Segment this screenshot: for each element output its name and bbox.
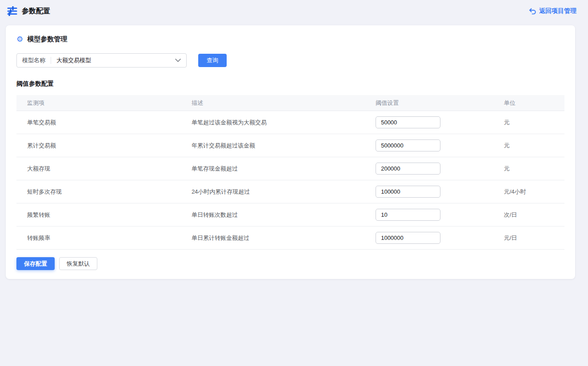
back-link-label: 返回项目管理 [539, 7, 576, 15]
threshold-cell [365, 232, 493, 244]
model-parameter-card: ⚙ 模型参数管理 模型名称 大额交易模型 查询 阈值参数配置 监测项 描述 阈值… [6, 25, 575, 279]
col-header-description: 描述 [181, 99, 365, 107]
unit-cell: 元/4小时 [493, 188, 564, 196]
gear-icon: ⚙ [16, 36, 23, 43]
monitor-item-cell: 转账频率 [16, 234, 181, 242]
threshold-input[interactable] [376, 116, 440, 128]
table-row: 大额存现 单笔存现金额超过 元 [16, 157, 564, 180]
description-cell: 年累计交易额超过该金额 [181, 142, 365, 150]
footer-actions: 保存配置 恢复默认 [16, 257, 564, 270]
threshold-cell [365, 209, 493, 221]
unit-cell: 元 [493, 119, 564, 127]
threshold-input[interactable] [376, 186, 440, 198]
card-title: 模型参数管理 [27, 35, 67, 44]
undo-arrow-icon [529, 8, 536, 15]
unit-cell: 次/日 [493, 211, 564, 219]
threshold-input[interactable] [376, 232, 440, 244]
description-cell: 单日累计转账金额超过 [181, 234, 365, 242]
monitor-item-cell: 单笔交易额 [16, 119, 181, 127]
table-header-row: 监测项 描述 阈值设置 单位 [16, 95, 564, 111]
description-cell: 单笔超过该金额视为大额交易 [181, 119, 365, 127]
monitor-item-cell: 短时多次存现 [16, 188, 181, 196]
table-row: 短时多次存现 24小时内累计存现超过 元/4小时 [16, 180, 564, 203]
table-body: 单笔交易额 单笔超过该金额视为大额交易 元 累计交易额 年累计交易额超过该金额 … [16, 111, 564, 250]
col-header-threshold: 阈值设置 [365, 99, 493, 107]
threshold-cell [365, 163, 493, 175]
save-config-button[interactable]: 保存配置 [16, 257, 55, 270]
description-cell: 单笔存现金额超过 [181, 165, 365, 173]
threshold-input[interactable] [376, 163, 440, 175]
description-cell: 单日转账次数超过 [181, 211, 365, 219]
threshold-cell [365, 116, 493, 128]
query-button[interactable]: 查询 [198, 54, 227, 67]
threshold-cell [365, 186, 493, 198]
threshold-cell [365, 139, 493, 151]
monitor-item-cell: 累计交易额 [16, 142, 181, 150]
table-row: 单笔交易额 单笔超过该金额视为大额交易 元 [16, 111, 564, 134]
topbar-title-group: 参数配置 [7, 6, 50, 16]
monitor-item-cell: 大额存现 [16, 165, 181, 173]
unit-cell: 元 [493, 142, 564, 150]
page-title: 参数配置 [22, 7, 50, 16]
table-row: 频繁转账 单日转账次数超过 次/日 [16, 203, 564, 227]
monitor-item-cell: 频繁转账 [16, 211, 181, 219]
model-name-select[interactable]: 模型名称 大额交易模型 [16, 53, 187, 68]
threshold-input[interactable] [376, 209, 440, 221]
unit-cell: 元 [493, 165, 564, 173]
col-header-monitor-item: 监测项 [16, 99, 181, 107]
table-row: 转账频率 单日累计转账金额超过 元/日 [16, 227, 564, 250]
threshold-section-title: 阈值参数配置 [16, 80, 564, 88]
description-cell: 24小时内累计存现超过 [181, 188, 365, 196]
topbar: 参数配置 返回项目管理 [0, 0, 588, 22]
query-row: 模型名称 大额交易模型 查询 [16, 53, 564, 68]
model-name-label: 模型名称 [17, 56, 51, 64]
table-row: 累计交易额 年累计交易额超过该金额 元 [16, 134, 564, 157]
model-name-value: 大额交易模型 [51, 56, 175, 64]
card-header: ⚙ 模型参数管理 [16, 35, 564, 44]
threshold-table: 监测项 描述 阈值设置 单位 单笔交易额 单笔超过该金额视为大额交易 元 累计交… [16, 95, 564, 250]
restore-default-button[interactable]: 恢复默认 [59, 257, 97, 270]
back-to-projects-link[interactable]: 返回项目管理 [529, 7, 576, 15]
col-header-unit: 单位 [493, 99, 564, 107]
threshold-input[interactable] [376, 139, 440, 151]
unit-cell: 元/日 [493, 234, 564, 242]
sliders-icon [7, 6, 17, 16]
chevron-down-icon [175, 59, 181, 62]
